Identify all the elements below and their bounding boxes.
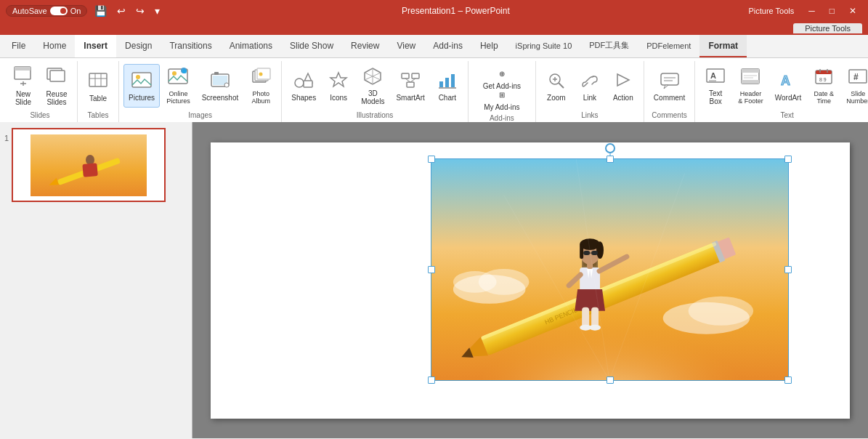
table-label: Table <box>89 94 107 102</box>
tab-help[interactable]: Help <box>471 35 507 57</box>
undo-button[interactable]: ↩ <box>114 4 129 18</box>
customize-qat-button[interactable]: ▾ <box>152 4 163 18</box>
3d-models-label: 3DModels <box>361 89 384 105</box>
icons-button[interactable]: Icons <box>323 64 354 108</box>
my-addins-button[interactable]: ⊞ My Add-ins <box>473 88 531 108</box>
header-footer-button[interactable]: Header& Footer <box>733 64 768 108</box>
screenshot-icon <box>210 71 230 92</box>
tables-buttons: Table <box>82 61 114 111</box>
svg-rect-55 <box>742 80 759 84</box>
handle-middle-left[interactable] <box>428 266 435 273</box>
svg-rect-98 <box>591 251 598 255</box>
handle-bottom-right[interactable] <box>784 376 792 384</box>
icons-icon <box>328 71 349 92</box>
new-slide-button[interactable]: NewSlide <box>7 64 39 108</box>
autosave-label: AutoSave <box>12 7 47 15</box>
addins-buttons: ⊕ Get Add-ins ⊞ My Add-ins <box>473 61 531 114</box>
main-scene-svg: HB PENCIL <box>431 159 788 380</box>
title-bar-right: Picture Tools ─ □ ✕ <box>748 4 862 17</box>
smartart-button[interactable]: SmartArt <box>391 64 429 108</box>
svg-rect-97 <box>583 251 590 255</box>
svg-rect-38 <box>445 78 449 87</box>
tab-transitions[interactable]: Transitions <box>161 35 220 57</box>
svg-rect-102 <box>582 307 589 327</box>
date-time-button[interactable]: 8 9 Date &Time <box>808 64 840 108</box>
tab-addins[interactable]: Add-ins <box>424 35 471 57</box>
group-images: Pictures 🌐 OnlinePictures Screenshot Pho… <box>119 61 282 122</box>
svg-rect-39 <box>451 74 455 87</box>
close-button[interactable]: ✕ <box>843 4 862 17</box>
minimize-button[interactable]: ─ <box>803 4 821 17</box>
3d-models-button[interactable]: 3DModels <box>356 64 389 108</box>
wordart-icon: AA <box>778 71 798 92</box>
link-label: Link <box>583 94 596 102</box>
svg-rect-18 <box>214 72 219 75</box>
slides-group-label: Slides <box>30 111 49 122</box>
slide-thumb-svg <box>31 134 147 196</box>
group-addins: ⊕ Get Add-ins ⊞ My Add-ins Add-ins <box>469 61 536 122</box>
tab-view[interactable]: View <box>388 35 424 57</box>
handle-bottom-middle[interactable] <box>607 376 614 384</box>
action-button[interactable]: Action <box>607 64 639 108</box>
table-icon <box>88 70 108 93</box>
tab-ispring[interactable]: iSpring Suite 10 <box>507 35 581 57</box>
slide-thumbnail[interactable] <box>12 128 166 202</box>
maximize-button[interactable]: □ <box>824 4 840 17</box>
online-pictures-button[interactable]: 🌐 OnlinePictures <box>161 64 195 108</box>
pictures-button[interactable]: Pictures <box>123 64 160 108</box>
handle-top-right[interactable] <box>784 156 792 163</box>
screenshot-label: Screenshot <box>202 94 239 102</box>
tab-slideshow[interactable]: Slide Show <box>281 35 342 57</box>
autosave-toggle[interactable] <box>50 7 68 15</box>
shapes-button[interactable]: Shapes <box>286 64 321 108</box>
svg-text:A: A <box>710 71 716 80</box>
wordart-label: WordArt <box>775 94 802 102</box>
chart-icon <box>437 71 458 92</box>
slide-number-button[interactable]: # SlideNumber <box>841 64 868 108</box>
autosave-badge[interactable]: AutoSave On <box>6 5 87 17</box>
window-title: Presentation1 – PowerPoint <box>163 6 748 16</box>
tab-insert[interactable]: Insert <box>75 35 116 57</box>
redo-button[interactable]: ↪ <box>133 4 147 18</box>
chart-button[interactable]: Chart <box>431 64 463 108</box>
save-button[interactable]: 💾 <box>92 4 110 18</box>
textbox-button[interactable]: A TextBox <box>699 64 731 108</box>
reuse-slides-button[interactable]: ReuseSlides <box>41 64 73 108</box>
comment-button[interactable]: Comment <box>649 64 690 108</box>
slide-canvas[interactable]: HB PENCIL <box>211 142 850 419</box>
tab-animations[interactable]: Animations <box>221 35 281 57</box>
zoom-button[interactable]: Zoom <box>540 64 572 108</box>
handle-bottom-left[interactable] <box>428 376 435 384</box>
photo-album-icon <box>251 67 271 89</box>
handle-top-left[interactable] <box>428 156 435 163</box>
tab-pdfelement[interactable]: PDFelement <box>638 35 699 57</box>
comments-buttons: Comment <box>649 61 690 111</box>
rotate-handle[interactable] <box>605 143 615 153</box>
action-icon <box>613 71 633 92</box>
tab-review[interactable]: Review <box>342 35 388 57</box>
chart-label: Chart <box>439 94 456 102</box>
context-label: Picture Tools <box>748 7 794 15</box>
handle-middle-right[interactable] <box>784 266 792 273</box>
tab-format[interactable]: Format <box>699 35 747 57</box>
tab-file[interactable]: File <box>3 35 34 57</box>
svg-rect-5 <box>50 71 65 81</box>
link-button[interactable]: Link <box>574 64 606 108</box>
images-buttons: Pictures 🌐 OnlinePictures Screenshot Pho… <box>123 61 277 111</box>
svg-point-24 <box>295 78 304 87</box>
svg-point-11 <box>136 75 140 79</box>
get-addins-button[interactable]: ⊕ Get Add-ins <box>473 67 531 87</box>
table-button[interactable]: Table <box>82 64 114 108</box>
svg-point-23 <box>259 73 263 76</box>
image-selection[interactable]: HB PENCIL <box>431 158 789 381</box>
tab-design[interactable]: Design <box>116 35 161 57</box>
wordart-button[interactable]: AA WordArt <box>770 64 807 108</box>
tab-home[interactable]: Home <box>34 35 75 57</box>
handle-top-middle[interactable] <box>607 156 614 163</box>
svg-text:🌐: 🌐 <box>182 69 187 74</box>
photo-album-button[interactable]: PhotoAlbum <box>245 64 277 108</box>
group-links: Zoom Link Action Links <box>536 61 644 122</box>
tab-pdf1[interactable]: PDF工具集 <box>580 35 638 57</box>
svg-rect-103 <box>591 307 599 327</box>
screenshot-button[interactable]: Screenshot <box>197 64 244 108</box>
